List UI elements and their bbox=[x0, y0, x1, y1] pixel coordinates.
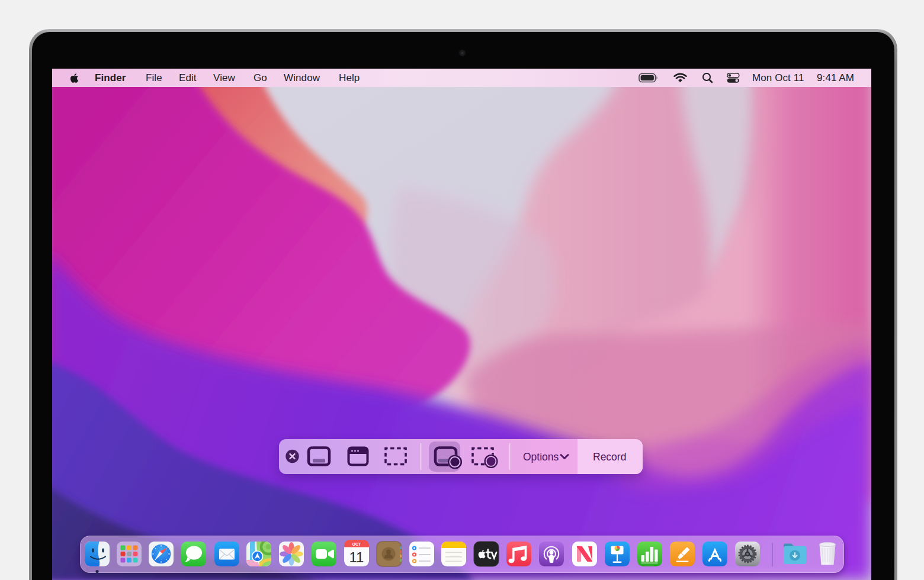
svg-text:Options: Options bbox=[523, 451, 559, 463]
svg-text:Record: Record bbox=[593, 451, 626, 463]
svg-text:OCT: OCT bbox=[352, 542, 362, 546]
svg-text:11: 11 bbox=[349, 549, 364, 565]
